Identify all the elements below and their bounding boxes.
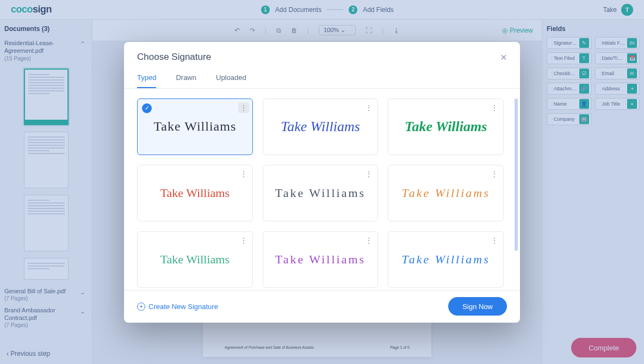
signature-option[interactable]: ⋮ Take Williams [388, 98, 504, 155]
scrollbar[interactable] [515, 98, 518, 251]
signature-preview: Take Williams [160, 252, 230, 267]
signature-option[interactable]: ⋮ Take Williams [263, 165, 379, 221]
signature-preview: Take Williams [281, 119, 360, 135]
tab-uploaded[interactable]: Uploaded [216, 70, 246, 88]
signature-option[interactable]: ⋮ Take Williams [388, 165, 504, 221]
signature-preview: Take Williams [275, 186, 366, 200]
signature-option[interactable]: ⋮ Take Williams [388, 231, 504, 288]
check-icon: ✓ [142, 103, 152, 113]
close-icon[interactable]: × [500, 52, 507, 63]
signature-option[interactable]: ⋮ Take Williams [137, 231, 253, 288]
kebab-menu-icon[interactable]: ⋮ [489, 235, 500, 246]
signature-option[interactable]: ⋮ Take Williams [263, 98, 379, 155]
modal-title: Choose Signature [137, 52, 211, 63]
choose-signature-modal: Choose Signature × Typed Drawn Uploaded … [124, 42, 520, 323]
tab-drawn[interactable]: Drawn [176, 70, 196, 88]
signature-option[interactable]: ✓ ⋮ Take Williams [137, 98, 253, 155]
signature-preview: Take Williams [402, 186, 490, 200]
signature-option[interactable]: ⋮ Take Williams [137, 165, 253, 221]
signature-preview: Take Williams [405, 119, 487, 135]
kebab-menu-icon[interactable]: ⋮ [363, 235, 374, 246]
kebab-menu-icon[interactable]: ⋮ [238, 169, 249, 180]
sign-now-button[interactable]: Sign Now [448, 297, 507, 316]
signature-preview: Take Williams [402, 252, 490, 267]
signature-option[interactable]: ⋮ Take Williams [263, 231, 379, 288]
signature-preview: Take Williams [153, 119, 236, 134]
signature-preview: Take Williams [160, 186, 230, 200]
kebab-menu-icon[interactable]: ⋮ [489, 102, 500, 113]
modal-tabs: Typed Drawn Uploaded [124, 70, 520, 89]
plus-icon: + [137, 303, 145, 311]
modal-backdrop: Choose Signature × Typed Drawn Uploaded … [0, 0, 644, 364]
create-new-signature-link[interactable]: + Create New Signature [137, 303, 218, 311]
kebab-menu-icon[interactable]: ⋮ [363, 169, 374, 180]
signature-preview: Take Williams [275, 252, 366, 267]
kebab-menu-icon[interactable]: ⋮ [238, 235, 249, 246]
kebab-menu-icon[interactable]: ⋮ [489, 169, 500, 180]
kebab-menu-icon[interactable]: ⋮ [238, 102, 249, 113]
tab-typed[interactable]: Typed [137, 70, 156, 88]
kebab-menu-icon[interactable]: ⋮ [363, 102, 374, 113]
